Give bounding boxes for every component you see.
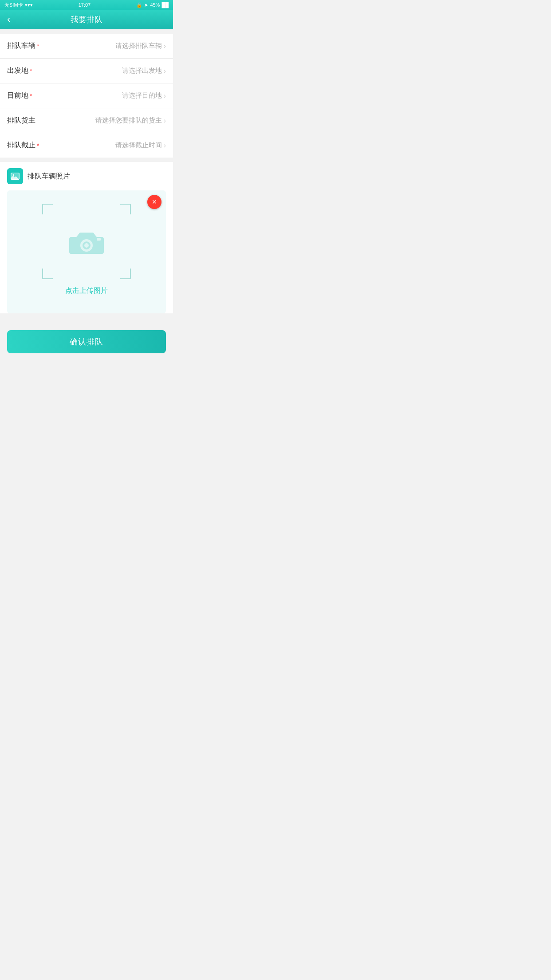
svg-point-5 (84, 243, 89, 248)
corner-bl (42, 269, 53, 279)
photo-section-title: 排队车辆照片 (28, 172, 70, 181)
required-indicator: * (30, 67, 32, 75)
chevron-right-icon: › (164, 42, 166, 50)
destination-placeholder: 请选择目的地 (122, 91, 162, 100)
status-right: 🔒 ➤ 45% ██ (136, 2, 169, 8)
required-indicator: * (30, 92, 32, 99)
status-bar: 无SIM卡 ▾▾▾ 17:07 🔒 ➤ 45% ██ (0, 0, 173, 10)
destination-field-row[interactable]: 目前地* 请选择目的地 › (0, 83, 173, 108)
deadline-field-row[interactable]: 排队截止* 请选择截止时间 › (0, 133, 173, 158)
svg-rect-6 (97, 238, 101, 241)
image-icon (10, 171, 20, 181)
vehicle-placeholder: 请选择排队车辆 (115, 42, 162, 50)
section-divider (0, 158, 173, 162)
shipper-field-row[interactable]: 排队货主 请选择您要排队的货主 › (0, 108, 173, 133)
departure-label: 出发地* (7, 66, 32, 75)
upload-area[interactable]: 点击上传图片 (7, 190, 166, 313)
battery-icon: ██ (161, 2, 169, 8)
deadline-placeholder: 请选择截止时间 (115, 141, 162, 150)
page-title: 我要排队 (71, 14, 102, 25)
vehicle-label: 排队车辆* (7, 41, 39, 51)
shipper-placeholder: 请选择您要排队的货主 (95, 116, 162, 125)
photo-section: 排队车辆照片 点击上传图片 × (0, 162, 173, 313)
vehicle-value-area: 请选择排队车辆 › (115, 42, 166, 50)
carrier-text: 无SIM卡 (4, 2, 23, 8)
shipper-label: 排队货主 (7, 116, 35, 125)
status-left: 无SIM卡 ▾▾▾ (4, 2, 33, 8)
deadline-label: 排队截止* (7, 141, 39, 150)
lock-icon: 🔒 (136, 2, 142, 8)
battery-text: 45% (150, 2, 160, 8)
departure-value-area: 请选择出发地 › (122, 67, 166, 75)
photo-section-header: 排队车辆照片 (7, 168, 166, 184)
bottom-section: 确认排队 (0, 320, 173, 367)
corner-tr (120, 204, 131, 214)
back-button[interactable]: ‹ (7, 15, 10, 24)
svg-point-1 (13, 174, 15, 176)
wifi-icon: ▾▾▾ (25, 2, 33, 8)
form-section: 排队车辆* 请选择排队车辆 › 出发地* 请选择出发地 › 目前地* 请选择目的… (0, 34, 173, 158)
shipper-value-area: 请选择您要排队的货主 › (95, 116, 166, 125)
chevron-right-icon: › (164, 117, 166, 125)
corner-br (120, 269, 131, 279)
location-icon: ➤ (144, 2, 148, 8)
upload-wrapper: 点击上传图片 × (7, 190, 166, 313)
destination-label: 目前地* (7, 91, 32, 100)
camera-icon (67, 224, 106, 259)
required-indicator: * (37, 142, 39, 149)
nav-bar: ‹ 我要排队 (0, 10, 173, 29)
chevron-right-icon: › (164, 67, 166, 75)
deadline-value-area: 请选择截止时间 › (115, 141, 166, 150)
required-indicator: * (37, 43, 39, 50)
upload-frame (42, 204, 131, 279)
chevron-right-icon: › (164, 142, 166, 150)
delete-photo-button[interactable]: × (147, 195, 161, 209)
departure-placeholder: 请选择出发地 (122, 67, 162, 75)
confirm-queue-button[interactable]: 确认排队 (7, 330, 166, 353)
chevron-right-icon: › (164, 92, 166, 100)
photo-icon-box (7, 168, 23, 184)
upload-text: 点击上传图片 (65, 286, 108, 296)
destination-value-area: 请选择目的地 › (122, 91, 166, 100)
time-display: 17:07 (79, 2, 91, 8)
departure-field-row[interactable]: 出发地* 请选择出发地 › (0, 59, 173, 83)
vehicle-field-row[interactable]: 排队车辆* 请选择排队车辆 › (0, 34, 173, 59)
corner-tl (42, 204, 53, 214)
